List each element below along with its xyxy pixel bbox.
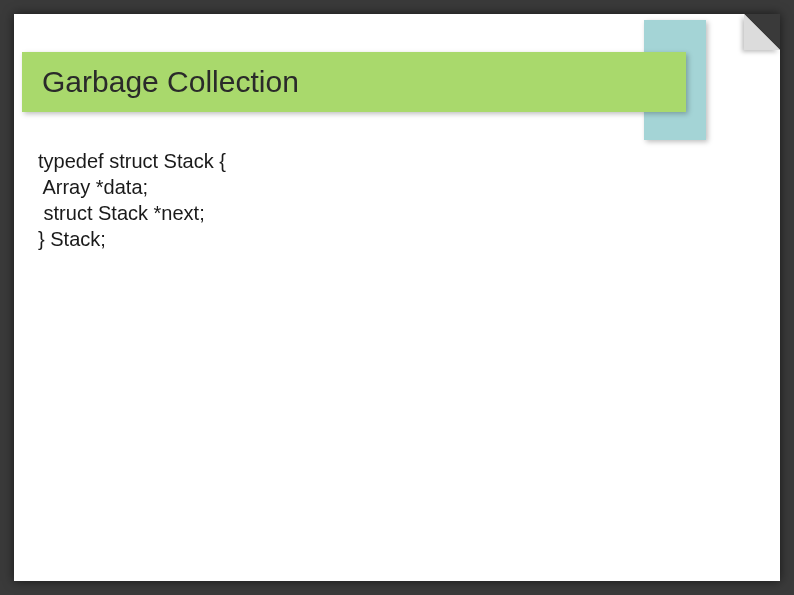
slide: Garbage Collection typedef struct Stack … — [14, 14, 780, 581]
title-bar: Garbage Collection — [22, 52, 686, 112]
code-line: struct Stack *next; — [38, 200, 740, 226]
page-curl-icon — [744, 14, 780, 50]
slide-title: Garbage Collection — [42, 65, 299, 99]
code-line: } Stack; — [38, 226, 740, 252]
code-line: Array *data; — [38, 174, 740, 200]
slide-container: Garbage Collection typedef struct Stack … — [0, 0, 794, 595]
slide-body: typedef struct Stack { Array *data; stru… — [38, 148, 740, 557]
code-line: typedef struct Stack { — [38, 148, 740, 174]
